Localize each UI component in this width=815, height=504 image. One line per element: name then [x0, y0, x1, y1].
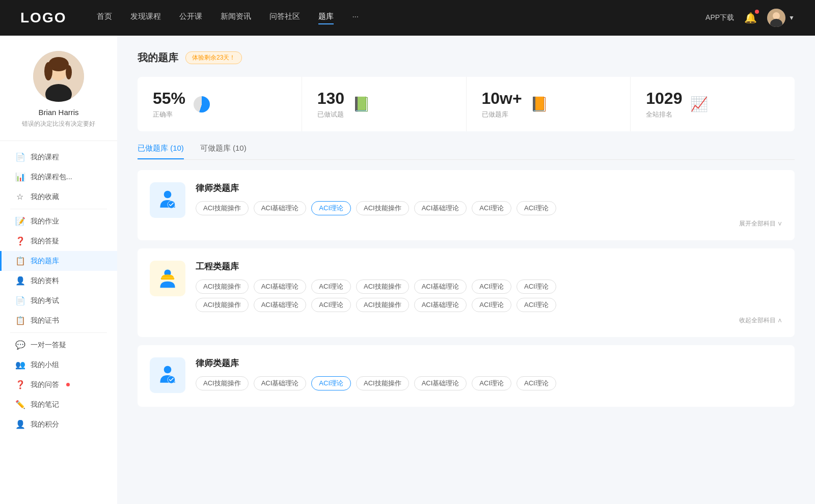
notification-badge — [755, 10, 759, 14]
sidebar-item-favorites[interactable]: ☆ 我的收藏 — [0, 187, 117, 207]
doc-green-icon: 📗 — [352, 96, 370, 113]
sidebar-item-exam[interactable]: 📄 我的考试 — [0, 291, 117, 311]
nav-home[interactable]: 首页 — [97, 12, 112, 24]
collapse-link-engineer1[interactable]: 收起全部科目 ∧ — [739, 316, 782, 325]
user-avatar-area[interactable]: ▼ — [767, 9, 795, 27]
sidebar-label-courses: 我的课程 — [31, 153, 59, 162]
stat-accuracy-text: 55% 正确率 — [153, 89, 185, 119]
nav-qa[interactable]: 问答社区 — [269, 12, 300, 24]
qbank-footer-lawyer1: 展开全部科目 ∨ — [196, 219, 782, 228]
courses-icon: 📄 — [15, 152, 24, 162]
logo[interactable]: LOGO — [20, 10, 66, 26]
sidebar-label-group: 我的小组 — [31, 360, 59, 370]
profile-avatar — [33, 51, 84, 102]
materials-icon: 👤 — [15, 276, 24, 286]
sidebar-label-certificate: 我的证书 — [31, 316, 59, 325]
expand-link-lawyer1[interactable]: 展开全部科目 ∨ — [739, 219, 782, 228]
sidebar-item-materials[interactable]: 👤 我的资料 — [0, 271, 117, 291]
qbank-tag[interactable]: ACI理论 — [472, 279, 511, 294]
sidebar-profile: Brian Harris 错误的决定比没有决定要好 — [0, 51, 117, 141]
homework-icon: 📝 — [15, 216, 24, 226]
notes-icon: ✏️ — [15, 400, 24, 409]
sidebar-label-points: 我的积分 — [31, 420, 59, 429]
stat-done-questions: 130 已做试题 📗 — [302, 77, 467, 131]
svg-point-8 — [44, 62, 52, 80]
qbank-tag[interactable]: ACI技能操作 — [196, 279, 249, 294]
main-layout: Brian Harris 错误的决定比没有决定要好 📄 我的课程 📊 我的课程包… — [0, 36, 815, 504]
sidebar-label-course-pack: 我的课程包... — [31, 173, 72, 182]
qbank-tag[interactable]: ACI基础理论 — [254, 279, 307, 294]
nav-qbank[interactable]: 题库 — [318, 12, 334, 24]
stat-accuracy: 55% 正确率 — [138, 77, 302, 131]
nav-more[interactable]: ··· — [352, 12, 359, 24]
qbank-title-lawyer1: 律师类题库 — [196, 182, 782, 194]
nav-open-course[interactable]: 公开课 — [179, 12, 202, 24]
qbank-tag-active[interactable]: ACI理论 — [311, 376, 351, 390]
qbank-tag[interactable]: ACI理论 — [517, 201, 556, 215]
qbank-tag[interactable]: ACI基础理论 — [414, 279, 467, 294]
pie-chart-icon — [194, 96, 210, 113]
stat-done-banks-value: 10w+ — [482, 89, 522, 108]
qbank-tag[interactable]: ACI基础理论 — [414, 298, 467, 312]
stat-rank-text: 1029 全站排名 — [646, 89, 682, 119]
qbank-tag[interactable]: ACI技能操作 — [356, 279, 409, 294]
sidebar-item-questions[interactable]: ❓ 我的问答 — [0, 375, 117, 395]
sidebar-divider-1 — [10, 209, 107, 209]
qbank-tag[interactable]: ACI技能操作 — [356, 298, 409, 312]
sidebar-item-course-pack[interactable]: 📊 我的课程包... — [0, 167, 117, 187]
qbank-tag-active[interactable]: ACI理论 — [311, 201, 351, 215]
qbank-tag[interactable]: ACI基础理论 — [254, 298, 307, 312]
qbank-tag[interactable]: ACI理论 — [311, 279, 351, 294]
qbank-tag[interactable]: ACI理论 — [472, 376, 511, 390]
app-download-link[interactable]: APP下载 — [705, 13, 734, 22]
questions-red-dot — [66, 383, 70, 386]
svg-point-9 — [66, 65, 72, 79]
exam-icon: 📄 — [15, 296, 24, 305]
qbank-tag[interactable]: ACI理论 — [517, 298, 556, 312]
tab-done-banks[interactable]: 已做题库 (10) — [138, 144, 184, 159]
qbank-body-lawyer1: 律师类题库 ACI技能操作 ACI基础理论 ACI理论 ACI技能操作 ACI基… — [196, 182, 782, 228]
sidebar-menu: 📄 我的课程 📊 我的课程包... ☆ 我的收藏 📝 我的作业 ❓ 我的答疑 � — [0, 141, 117, 440]
sidebar-item-one-on-one[interactable]: 💬 一对一答疑 — [0, 335, 117, 355]
qbank-tag[interactable]: ACI理论 — [517, 279, 556, 294]
sidebar-item-homework[interactable]: 📝 我的作业 — [0, 211, 117, 231]
nav-discover[interactable]: 发现课程 — [130, 12, 161, 24]
sidebar-item-courses[interactable]: 📄 我的课程 — [0, 147, 117, 167]
profile-motto: 错误的决定比没有决定要好 — [22, 120, 95, 128]
sidebar-item-certificate[interactable]: 📋 我的证书 — [0, 311, 117, 330]
stat-accuracy-value: 55% — [153, 89, 185, 108]
stats-row: 55% 正确率 130 已做试题 📗 10w+ 已做题库 📙 — [138, 77, 795, 131]
certificate-icon: 📋 — [15, 316, 24, 325]
qbank-tag[interactable]: ACI技能操作 — [356, 201, 409, 215]
tab-available-banks[interactable]: 可做题库 (10) — [200, 144, 247, 159]
stat-done-banks-text: 10w+ 已做题库 — [482, 89, 522, 119]
qbank-tag[interactable]: ACI基础理论 — [414, 376, 467, 390]
qbank-tag[interactable]: ACI理论 — [472, 201, 511, 215]
notification-bell[interactable]: 🔔 — [744, 12, 757, 24]
qbank-tag[interactable]: ACI技能操作 — [196, 376, 249, 390]
sidebar-label-materials: 我的资料 — [31, 276, 59, 286]
stat-done-banks-label: 已做题库 — [482, 110, 522, 119]
qbank-tag[interactable]: ACI技能操作 — [196, 201, 249, 215]
qbank-tag[interactable]: ACI理论 — [472, 298, 511, 312]
sidebar-item-qa[interactable]: ❓ 我的答疑 — [0, 231, 117, 251]
sidebar-item-notes[interactable]: ✏️ 我的笔记 — [0, 395, 117, 414]
qbank-tag[interactable]: ACI基础理论 — [254, 201, 307, 215]
qbank-tag[interactable]: ACI技能操作 — [196, 298, 249, 312]
sidebar-label-questions: 我的问答 — [31, 380, 59, 389]
one-on-one-icon: 💬 — [15, 340, 24, 350]
sidebar-item-qbank[interactable]: 📋 我的题库 — [0, 251, 117, 271]
sidebar-label-one-on-one: 一对一答疑 — [31, 341, 66, 350]
qbank-tag[interactable]: ACI技能操作 — [356, 376, 409, 390]
nav-news[interactable]: 新闻资讯 — [221, 12, 251, 24]
qbank-tags-engineer1-row1: ACI技能操作 ACI基础理论 ACI理论 ACI技能操作 ACI基础理论 AC… — [196, 279, 782, 294]
points-icon: 👤 — [15, 419, 24, 429]
main-content: 我的题库 体验剩余23天！ 55% 正确率 130 已做试题 📗 — [117, 36, 815, 504]
doc-orange-icon: 📙 — [530, 96, 548, 113]
qbank-tag[interactable]: ACI理论 — [311, 298, 351, 312]
sidebar-item-points[interactable]: 👤 我的积分 — [0, 414, 117, 434]
qbank-tag[interactable]: ACI基础理论 — [254, 376, 307, 390]
qbank-tag[interactable]: ACI基础理论 — [414, 201, 467, 215]
sidebar-item-group[interactable]: 👥 我的小组 — [0, 355, 117, 375]
qbank-tag[interactable]: ACI理论 — [517, 376, 556, 390]
